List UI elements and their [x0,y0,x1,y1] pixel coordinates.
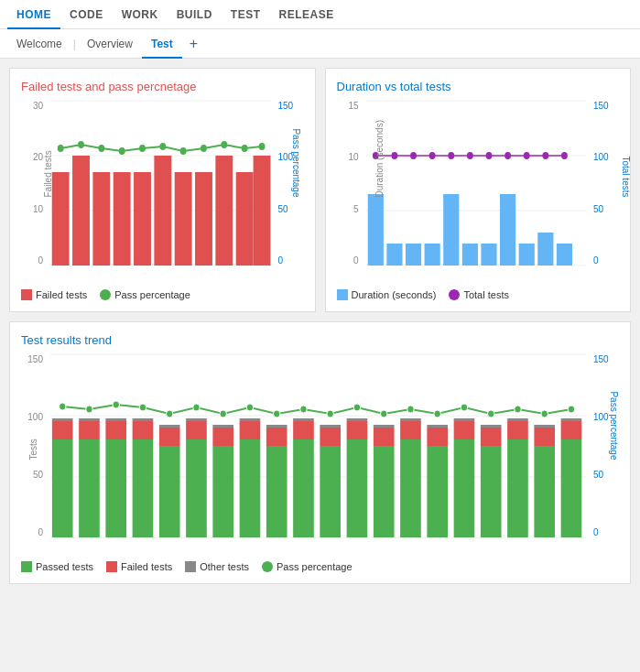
chart1-area: 30 20 10 0 150 100 50 0 [21,101,304,284]
chart-failed-tests: Failed tests and pass percnetage 30 20 1… [9,68,316,312]
svg-rect-7 [114,172,131,266]
main-content: Failed tests and pass percnetage 30 20 1… [0,59,640,593]
svg-rect-93 [374,428,395,446]
svg-rect-13 [236,172,254,266]
svg-point-48 [504,152,511,159]
svg-rect-36 [481,244,496,266]
svg-point-23 [221,141,227,148]
chart3-legend-failed: Failed tests [106,561,172,572]
subnav-overview[interactable]: Overview [78,29,142,59]
svg-point-21 [180,147,187,155]
svg-rect-68 [159,446,180,537]
svg-rect-104 [481,446,502,537]
svg-point-118 [113,401,120,408]
chart1-legend: Failed tests Pass percentage [21,289,304,300]
svg-rect-85 [293,418,314,421]
subnav-test[interactable]: Test [142,29,182,59]
svg-rect-78 [240,421,261,439]
svg-point-22 [201,145,207,152]
chart3-ylabel-right: Pass percentage [609,391,619,460]
nav-test[interactable]: TEST [222,0,270,29]
charts-top-row: Failed tests and pass percnetage 30 20 1… [9,68,631,312]
chart3-legend-failed-icon [106,561,117,572]
svg-rect-37 [500,194,515,266]
svg-point-121 [193,404,201,411]
chart3-ylabel-left: Tests [28,439,38,460]
svg-rect-110 [534,446,555,537]
svg-rect-76 [212,425,233,428]
svg-rect-11 [195,172,212,266]
svg-rect-4 [52,172,70,266]
svg-point-17 [98,145,104,152]
svg-rect-62 [105,439,126,537]
svg-point-124 [273,410,280,417]
chart2-legend-duration-label: Duration (seconds) [352,289,437,300]
svg-point-135 [568,406,575,413]
nav-release[interactable]: RELEASE [270,0,343,29]
nav-build[interactable]: BUILD [168,0,222,29]
subnav-welcome[interactable]: Welcome [7,29,71,59]
svg-point-131 [461,404,468,411]
chart2-legend-duration: Duration (seconds) [337,289,437,300]
svg-point-119 [139,404,146,411]
chart2-legend: Duration (seconds) Total tests [337,289,620,300]
chart2-y-right: 150 100 50 0 [590,101,619,266]
nav-home[interactable]: HOME [7,0,60,29]
chart2-plot [366,101,587,266]
svg-rect-96 [400,421,421,439]
subnav-add-button[interactable]: + [182,29,205,59]
svg-rect-5 [72,156,90,266]
svg-rect-8 [134,172,151,266]
svg-point-46 [466,152,472,159]
svg-point-128 [380,410,387,417]
chart2-y-left: 15 10 5 0 [337,101,363,266]
chart1-legend-pass-icon [100,289,111,300]
svg-rect-30 [367,194,383,266]
svg-rect-69 [159,428,180,446]
svg-rect-115 [561,418,582,421]
svg-rect-109 [507,418,528,421]
svg-rect-71 [186,439,207,537]
nav-code[interactable]: CODE [60,0,113,29]
svg-point-134 [541,410,548,417]
svg-point-117 [86,406,93,413]
chart2-area: 15 10 5 0 150 100 50 0 [337,101,620,284]
svg-point-19 [139,145,146,152]
chart1-legend-failed-label: Failed tests [36,289,87,300]
svg-rect-77 [240,439,261,537]
svg-rect-33 [424,244,439,266]
chart3-legend-passed-icon [21,561,32,572]
svg-rect-35 [461,244,477,266]
svg-point-49 [523,152,529,159]
nav-work[interactable]: WORK [113,0,168,29]
chart3-legend-failed-label: Failed tests [121,561,172,572]
svg-rect-64 [105,418,126,421]
svg-rect-65 [133,439,154,537]
chart3-legend-other-label: Other tests [200,561,249,572]
svg-point-42 [391,152,397,159]
svg-rect-89 [347,439,368,537]
chart3-legend: Passed tests Failed tests Other tests Pa… [21,561,619,572]
svg-rect-74 [212,446,233,537]
svg-rect-95 [400,439,421,537]
chart1-ylabel-right: Pass percentage [291,128,301,197]
chart1-legend-pass: Pass percentage [100,289,190,300]
sub-navigation: Welcome | Overview Test + [0,29,640,59]
chart3-legend-passed: Passed tests [21,561,93,572]
svg-point-125 [300,406,308,413]
svg-point-120 [166,410,173,417]
svg-point-51 [561,152,568,159]
svg-rect-80 [266,446,287,537]
chart1-title: Failed tests and pass percnetage [21,80,304,93]
svg-rect-73 [186,418,207,421]
svg-rect-6 [92,172,110,266]
svg-rect-34 [443,194,459,266]
svg-point-45 [448,152,454,159]
chart2-ylabel-left: Duration (seconds) [374,120,384,197]
svg-rect-86 [320,446,341,537]
svg-rect-113 [561,439,582,537]
svg-rect-57 [52,421,73,439]
svg-point-20 [159,143,166,150]
chart-test-results-trend: Test results trend 150 100 50 0 150 100 … [9,321,631,584]
svg-point-123 [246,404,254,411]
